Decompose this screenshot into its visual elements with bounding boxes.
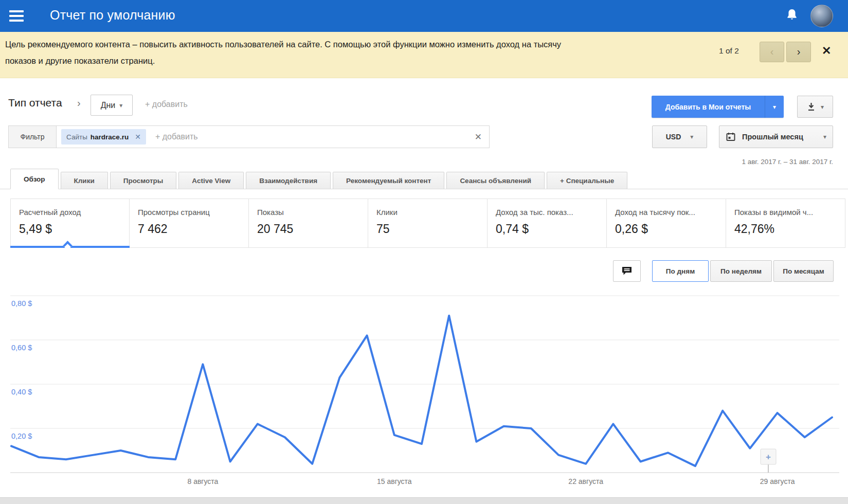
- calendar-icon: [726, 132, 736, 142]
- metric-value: 5,49 $: [19, 222, 129, 236]
- breadcrumb: Тип отчета: [8, 97, 62, 109]
- annotation-plus-icon: +: [766, 452, 771, 462]
- metric-value: 75: [376, 222, 487, 236]
- date-range-dropdown[interactable]: Прошлый месяц ▾: [719, 125, 833, 148]
- tab-recommended-content[interactable]: Рекомендуемый контент: [333, 172, 444, 189]
- filter-chip-value: hardrace.ru: [91, 133, 129, 141]
- banner-pager-count: 1 of 2: [719, 46, 739, 56]
- x-tick-label: 22 августа: [568, 477, 603, 485]
- tab-custom[interactable]: + Специальные: [547, 172, 627, 189]
- metric-card-viewability[interactable]: Показы в видимой ч... 42,76%: [726, 199, 845, 248]
- x-tick-label: 15 августа: [377, 477, 412, 485]
- add-to-my-reports-button[interactable]: Добавить в Мои отчеты ▾: [652, 96, 784, 118]
- metric-card-estimated-revenue[interactable]: Расчетный доход 5,49 $: [10, 199, 130, 248]
- metric-card-clicks[interactable]: Клики 75: [368, 199, 488, 248]
- add-filter-button[interactable]: + добавить: [155, 132, 198, 141]
- y-tick-label: 0,20 $: [11, 432, 32, 440]
- app-header: Отчет по умолчанию: [0, 0, 848, 32]
- dimension-dropdown[interactable]: Дни ▾: [91, 95, 133, 116]
- metric-card-impression-rpm[interactable]: Доход на тысячу пок... 0,26 $: [607, 199, 726, 248]
- add-to-my-reports-label[interactable]: Добавить в Мои отчеты: [652, 96, 765, 118]
- granularity-by-month-button[interactable]: По месяцам: [773, 260, 834, 282]
- menu-icon[interactable]: [9, 10, 24, 22]
- banner-text-line2: показов и другие показатели страниц.: [5, 56, 155, 66]
- x-tick-label: 8 августа: [187, 477, 218, 485]
- dimension-dropdown-label: Дни: [101, 101, 116, 110]
- y-tick-label: 0,80 $: [11, 299, 32, 308]
- granularity-by-week-button[interactable]: По неделям: [710, 260, 772, 282]
- metric-value: 0,74 $: [496, 222, 606, 236]
- page-title: Отчет по умолчанию: [50, 8, 175, 23]
- currency-label: USD: [666, 133, 681, 141]
- metric-label: Доход за тыс. показ...: [496, 208, 606, 217]
- next-icon: ›: [797, 46, 801, 57]
- tab-interactions[interactable]: Взаимодействия: [246, 172, 331, 189]
- download-icon: [806, 102, 816, 112]
- banner-prev-button[interactable]: ‹: [760, 42, 784, 62]
- download-button[interactable]: ▾: [797, 96, 833, 118]
- metric-card-rpm[interactable]: Доход за тыс. показ... 0,74 $: [488, 199, 607, 248]
- y-tick-label: 0,60 $: [11, 344, 32, 352]
- tab-ad-sessions[interactable]: Сеансы объявлений: [446, 172, 545, 189]
- metric-label: Расчетный доход: [19, 208, 129, 217]
- x-tick-label: 29 августа: [760, 477, 795, 485]
- y-tick-label: 0,40 $: [11, 388, 32, 396]
- metric-value: 20 745: [257, 222, 368, 236]
- tab-active-view[interactable]: Active View: [178, 172, 244, 189]
- filter-label: Фильтр: [9, 126, 57, 148]
- metric-label: Показы в видимой ч...: [734, 208, 845, 217]
- metric-label: Доход на тысячу пок...: [615, 208, 726, 217]
- comment-icon: [621, 266, 633, 276]
- tab-views[interactable]: Просмотры: [110, 172, 177, 189]
- date-preset-label: Прошлый месяц: [742, 133, 817, 141]
- banner-next-button[interactable]: ›: [786, 42, 811, 62]
- filter-chip-type: Сайты: [66, 133, 87, 141]
- chip-remove-icon[interactable]: ✕: [135, 133, 141, 141]
- metric-cards: Расчетный доход 5,49 $ Просмотры страниц…: [10, 199, 845, 248]
- add-dimension-button[interactable]: + добавить: [145, 100, 188, 109]
- close-icon[interactable]: ✕: [822, 44, 831, 58]
- add-to-my-reports-dropdown[interactable]: ▾: [765, 96, 784, 118]
- caret-down-icon: ▾: [690, 133, 693, 140]
- metric-card-impressions[interactable]: Показы 20 745: [249, 199, 368, 248]
- caret-down-icon: ▾: [119, 102, 122, 109]
- active-card-notch: [63, 241, 72, 250]
- caret-down-icon: ▾: [773, 103, 776, 111]
- banner-text-line1: Цель рекомендуемого контента – повысить …: [5, 40, 561, 49]
- metric-label: Просмотры страниц: [138, 208, 248, 217]
- filter-bar: Фильтр Сайты hardrace.ru ✕ + добавить ✕: [8, 125, 490, 148]
- clear-filters-icon[interactable]: ✕: [475, 132, 482, 142]
- metric-card-page-views[interactable]: Просмотры страниц 7 462: [130, 199, 249, 248]
- avatar[interactable]: [810, 5, 833, 27]
- x-axis-labels: 8 августа15 августа22 августа29 августа: [187, 477, 795, 485]
- caret-down-icon: ▾: [823, 133, 826, 140]
- metric-value: 7 462: [138, 222, 248, 236]
- currency-dropdown[interactable]: USD ▾: [652, 125, 707, 148]
- metric-label: Показы: [257, 208, 368, 217]
- filter-chip-sites[interactable]: Сайты hardrace.ru ✕: [61, 129, 146, 145]
- report-tabs: Обзор Клики Просмотры Active View Взаимо…: [0, 169, 848, 189]
- prev-icon: ‹: [770, 46, 774, 57]
- comment-button[interactable]: [613, 260, 641, 282]
- caret-down-icon: ▾: [821, 103, 824, 111]
- metric-label: Клики: [376, 208, 487, 217]
- granularity-by-day-button[interactable]: По дням: [652, 260, 709, 282]
- chevron-right-icon: ›: [77, 97, 81, 109]
- metric-value: 0,26 $: [615, 222, 726, 236]
- tab-overview[interactable]: Обзор: [10, 169, 59, 189]
- metric-value: 42,76%: [734, 222, 845, 236]
- date-range-text: 1 авг. 2017 г. – 31 авг. 2017 г.: [607, 158, 833, 166]
- revenue-line-chart: 0,80 $ 0,60 $ 0,40 $ 0,20 $ 8 августа15 …: [0, 283, 848, 496]
- bell-icon[interactable]: [785, 7, 799, 23]
- revenue-series-line: [11, 316, 832, 466]
- tab-clicks[interactable]: Клики: [61, 172, 108, 189]
- footer-strip: [0, 497, 848, 504]
- chart-annotation-marker[interactable]: +: [761, 449, 776, 473]
- adsense-report-page: Отчет по умолчанию Цель рекомендуемого к…: [0, 0, 848, 504]
